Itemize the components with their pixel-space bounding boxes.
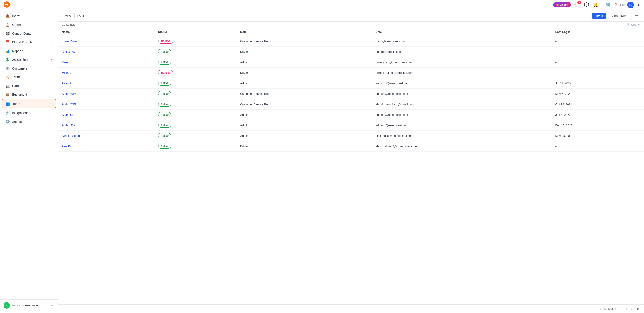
cell-email-7: adam.s@roserocket.com [372,110,552,120]
sidebar-item-customers[interactable]: 🏢 Customers [2,64,56,73]
main-content: View + Add Invite View drivers ··· Custo… [58,10,644,313]
sidebar-item-reports[interactable]: 📊 Reports [2,46,56,55]
cell-name-9[interactable]: Alex Luksidadi [58,130,154,141]
status-badge-6: Active [158,102,171,107]
status-badge-4: Active [158,81,171,86]
cell-email-10: alex.b+driver2@roserocket.com [372,141,552,152]
orders-icon: 📋 [5,22,10,27]
last-page-button[interactable]: » [636,306,640,311]
cell-name-4[interactable]: Aaron M [58,78,154,88]
col-last-login[interactable]: Last Login ↕ [552,28,644,36]
col-role[interactable]: Role ↕ [236,28,372,36]
col-status[interactable]: Status ↕ [154,28,236,36]
powered-by-text: Powered by roserocket [12,304,38,307]
sidebar-item-integrations[interactable]: 🔗 Integrations [2,108,56,117]
sidebar-label-equipment: Equipment [12,93,27,96]
cell-status-5: Active [154,88,236,99]
status-badge-8: Active [158,123,171,128]
inbox-icon: 📥 [5,14,10,18]
table-row: Abdul Marat Active Customer Service Rep … [58,88,644,99]
notification-dot[interactable]: 1 [4,302,10,308]
cell-status-9: Active [154,130,236,141]
user-avatar[interactable]: SC [627,2,634,8]
sidebar-item-accounting[interactable]: 💲 Accounting ▾ [2,55,56,64]
more-options-button[interactable]: ··· [632,12,640,19]
sidebar-item-control-center[interactable]: 🎛️ Control Center [2,29,56,38]
cell-status-4: Active [154,78,236,88]
table-header: Name ↕ Status ↕ Role ↕ Email ↕ Last Logi… [58,28,644,36]
chat-button[interactable]: 💭 [583,2,590,8]
cell-email-4: aaron.m@roserocket.com [372,78,552,88]
sidebar-item-settings[interactable]: ⚙️ Settings [2,117,56,126]
pagination-range: 1 - 50 of 334 [600,307,616,310]
status-badge-1: Active [158,49,171,54]
cell-name-10[interactable]: Alex Bst [58,141,154,152]
team-table-container: Name ↕ Status ↕ Role ↕ Email ↕ Last Logi… [58,28,644,304]
cell-last-login-3: -- [552,68,644,78]
view-drivers-button[interactable]: View drivers [608,12,631,19]
col-name[interactable]: Name ↕ [58,28,154,36]
cell-name-5[interactable]: Abdul Marat [58,88,154,99]
table-row: Adam Ski Active Admin adam.s@roserocket.… [58,110,644,120]
search-placeholder[interactable]: Search [631,23,640,26]
top-navigation: 35904 💬 38 💭 🔔 ⚙️ ❓ Help SC ▾ [0,0,644,10]
add-button[interactable]: + Add [76,14,84,18]
invite-button[interactable]: Invite [592,12,606,19]
customize-bar: Customize 🔍 Search [58,22,644,28]
cell-last-login-9: May 25, 2021 [552,130,644,141]
status-badge-9: Active [158,133,171,138]
sidebar-label-integrations: Integrations [12,111,28,115]
cell-role-2: Admin [236,57,372,68]
view-button[interactable]: View [62,12,75,19]
team-icon: 👥 [6,102,10,106]
cell-name-2[interactable]: Mike S [58,57,154,68]
cell-last-login-10: -- [552,141,644,152]
notifications-button[interactable]: 🔔 [592,2,599,8]
integrations-icon: 🔗 [5,111,10,115]
search-area: 🔍 Search [626,23,640,26]
sidebar-item-tariffs[interactable]: 🏷️ Tariffs [2,73,56,82]
status-badge-2: Active [158,60,171,64]
cell-name-3[interactable]: Mike AA [58,68,154,78]
cell-status-6: Active [154,99,236,110]
sidebar-item-plan-dispatch[interactable]: 📅 Plan & Dispatch ▾ [2,38,56,46]
table-row: Mike S Active Admin mike.s+a1@roserocket… [58,57,644,68]
apps-grid-button[interactable]: ⚙️ [605,2,611,8]
app-logo[interactable] [4,1,10,8]
cell-role-6: Customer Service Rep [236,99,372,110]
sidebar-item-carriers[interactable]: 🚛 Carriers [2,82,56,90]
cell-role-3: Driver [236,68,372,78]
col-email[interactable]: Email ↕ [372,28,552,36]
reports-icon: 📊 [5,49,10,53]
sidebar-item-team[interactable]: 👥 Team [2,99,56,108]
sidebar-item-equipment[interactable]: 📦 Equipment [2,90,56,99]
chevron-accounting: ▾ [51,58,52,61]
cell-last-login-0: -- [552,36,644,46]
user-menu-chevron[interactable]: ▾ [636,2,640,8]
cell-last-login-2: -- [552,57,644,68]
table-row: Aaron M Active Admin aaron.m@roserocket.… [58,78,644,88]
help-button[interactable]: ❓ Help [614,3,624,6]
cell-role-10: Driver [236,141,372,152]
messages-badge: 38 [577,1,581,4]
cell-name-7[interactable]: Adam Ski [58,110,154,120]
messages-button[interactable]: 💬 38 [574,2,580,8]
cell-name-8[interactable]: Adrian Fino [58,120,154,130]
sidebar-label-reports: Reports [12,49,23,53]
sidebar-item-orders[interactable]: 📋 Orders [2,20,56,29]
search-icon: 🔍 [626,23,630,26]
prev-page-button[interactable]: ‹ [624,306,628,311]
points-badge[interactable]: 35904 [553,2,571,8]
cell-name-1[interactable]: Bob Oslav [58,46,154,57]
status-badge-3: Inactive [158,70,173,75]
table-body: Frank Driver Inactive Customer Service R… [58,36,644,152]
collapse-sidebar-button[interactable]: →| [50,304,54,307]
first-page-button[interactable]: « [618,306,623,311]
next-page-button[interactable]: › [630,306,634,311]
cell-name-0[interactable]: Frank Driver [58,36,154,46]
toolbar: View + Add Invite View drivers ··· [58,10,644,22]
customize-label[interactable]: Customize [62,23,75,26]
cell-name-6[interactable]: Abdul CSR [58,99,154,110]
cell-status-2: Active [154,57,236,68]
sidebar-item-inbox[interactable]: 📥 Inbox [2,12,56,20]
